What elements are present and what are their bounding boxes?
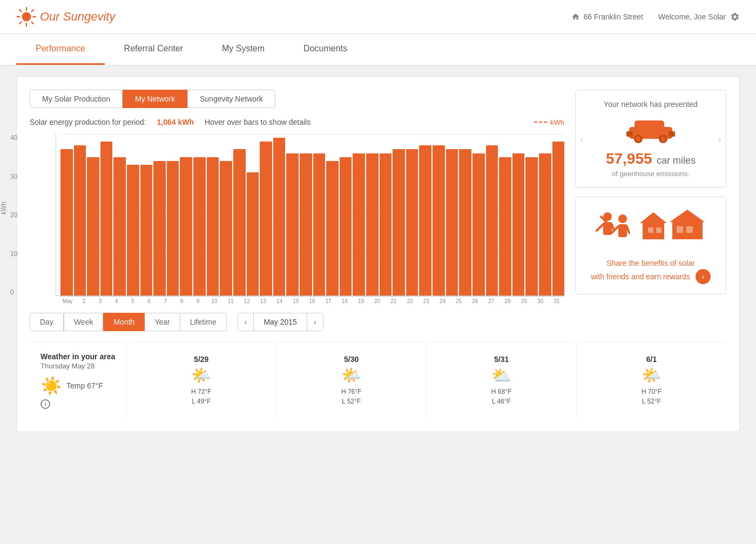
chart-bar[interactable] [419,145,431,295]
today-sun-icon: ☀️ [40,375,62,396]
x-axis-label: 12 [239,298,254,304]
chart-bar[interactable] [233,149,246,295]
chart-bar[interactable] [459,149,471,295]
chart-bar[interactable] [380,153,392,295]
referral-arrow-button[interactable]: › [696,269,711,284]
chart-bar[interactable] [60,149,73,295]
x-axis-label: 17 [321,298,336,304]
chart-bar[interactable] [74,145,86,295]
logo: Our Sungevity [16,6,115,27]
x-axis-label: 26 [468,298,483,304]
hover-label: Hover over bars to show details [205,118,310,126]
period-prev-button[interactable]: ‹ [238,313,254,331]
main-nav: Performance Referral Center My System Do… [0,34,756,65]
chart-bar[interactable] [193,157,206,295]
chart-bar[interactable] [113,157,126,295]
prevented-value: 57,955 [606,150,652,167]
svg-rect-28 [648,227,653,233]
nav-item-performance[interactable]: Performance [16,34,105,65]
prev-stat-button[interactable]: ‹ [580,133,584,145]
weather-day: 5/31 ⛅ H 68°FL 46°F [426,342,576,419]
svg-marker-26 [640,212,667,223]
header-welcome: Welcome, Joe Solar [658,12,740,22]
x-axis-label: 21 [386,298,401,304]
x-axis-label: 27 [484,298,499,304]
chart-bar[interactable] [180,157,192,295]
weather-label: Weather in your area [40,352,115,361]
chart-bar[interactable] [127,165,139,295]
forecast-temp: H 72°FL 49°F [191,387,211,406]
tab-sungevity-network[interactable]: Sungevity Network [187,90,275,108]
svg-line-19 [597,224,603,231]
referral-card: Share the benefits of solarwith friends … [575,197,726,294]
chart-bar[interactable] [393,149,405,295]
weather-today-info: ☀️ Temp 67°F [40,375,115,396]
next-stat-button[interactable]: › [718,133,721,145]
weather-day: 6/1 🌤️ H 70°FL 52°F [576,342,726,419]
settings-icon[interactable] [730,12,740,22]
svg-rect-23 [618,224,627,237]
address-text: 66 Franklin Street [583,12,643,21]
chart-bar[interactable] [340,157,352,295]
svg-line-6 [32,22,33,24]
info-button[interactable]: i [40,399,50,409]
chart-bar[interactable] [326,161,339,295]
bar-chart [56,134,564,296]
x-axis-label: 11 [223,298,238,304]
chart-bar[interactable] [100,142,113,295]
period-tab-week[interactable]: Week [64,313,104,331]
period-tabs: Day Week Month Year Lifetime ‹ May 2015 … [30,313,564,331]
chart-bar[interactable] [153,161,166,295]
chart-bar[interactable] [247,172,259,295]
chart-bar[interactable] [512,153,525,295]
svg-line-7 [32,10,33,11]
chart-bar[interactable] [539,153,551,295]
period-tab-year[interactable]: Year [145,313,180,331]
chart-section: My Solar Production My Network Sungevity… [30,90,726,331]
chart-bar[interactable] [300,153,312,295]
chart-bar[interactable] [473,153,485,295]
tab-my-solar[interactable]: My Solar Production [30,90,123,108]
chart-bar[interactable] [313,153,326,295]
tab-my-network[interactable]: My Network [123,90,187,108]
x-axis-label: 10 [207,298,222,304]
period-tab-lifetime[interactable]: Lifetime [180,313,227,331]
chart-bar[interactable] [433,145,445,295]
chart-bar[interactable] [525,157,538,295]
x-axis-label: 18 [337,298,352,304]
chart-bar[interactable] [286,153,299,295]
chart-bar[interactable] [446,149,458,295]
svg-rect-10 [634,120,664,130]
period-tab-month[interactable]: Month [103,313,145,331]
header-address: 66 Franklin Street [571,12,643,21]
chart-bar[interactable] [167,161,179,295]
weather-day: 5/30 🌤️ H 76°FL 52°F [276,342,426,419]
forecast-date: 5/30 [344,355,359,364]
chart-right: ‹ Your network has prevented 5 [575,90,726,331]
chart-bar[interactable] [552,142,565,295]
period-next-button[interactable]: › [307,313,323,331]
referral-icon [591,207,710,256]
chart-bar[interactable] [220,161,232,295]
x-axis-label: 2 [76,298,91,304]
chart-bar[interactable] [366,153,379,295]
period-tab-day[interactable]: Day [30,313,64,331]
nav-item-documents[interactable]: Documents [284,34,367,65]
chart-bar[interactable] [207,157,219,295]
svg-rect-32 [677,226,683,233]
sunny-icon: 🌤️ [341,366,361,385]
nav-item-referral[interactable]: Referral Center [105,34,202,65]
sunny-icon: 🌤️ [642,366,662,385]
chart-bar[interactable] [353,153,365,295]
chart-bar[interactable] [486,145,498,295]
referral-text[interactable]: Share the benefits of solarwith friends … [585,258,716,284]
x-axis-label: 25 [451,298,467,304]
chart-bar[interactable] [260,142,272,295]
x-axis-label: 22 [402,298,417,304]
chart-bar[interactable] [87,157,99,295]
chart-bar[interactable] [140,165,153,295]
chart-bar[interactable] [273,138,286,295]
chart-bar[interactable] [499,157,511,295]
chart-bar[interactable] [406,149,418,295]
nav-item-my-system[interactable]: My System [202,34,284,65]
